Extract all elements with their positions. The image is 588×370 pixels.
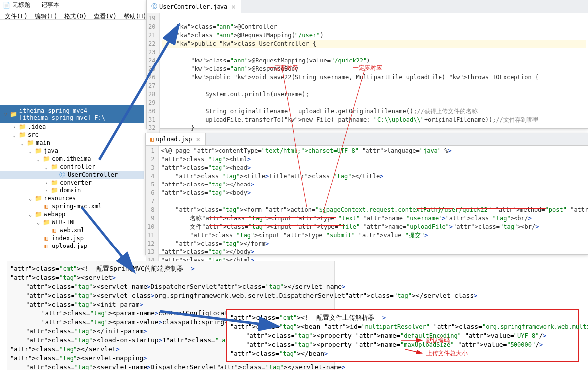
- tree-item[interactable]: ⌄📁webapp: [0, 210, 144, 218]
- tree-item-label: webapp: [44, 211, 65, 218]
- note-size: 上传文件总大小: [426, 349, 468, 358]
- tree-item[interactable]: ›📁.idea: [0, 123, 144, 131]
- tree-item[interactable]: ◧index.jsp: [0, 234, 144, 242]
- tree-item[interactable]: ⌄📁src: [0, 131, 144, 139]
- tree-item[interactable]: ›📁converter: [0, 179, 144, 186]
- jfile-icon: Ⓒ: [59, 171, 66, 178]
- tab-upload-jsp[interactable]: ◧ upload.jsp ×: [146, 133, 206, 145]
- folder-blue-icon: 📁: [35, 147, 42, 154]
- jsp-icon: ◧: [43, 243, 50, 249]
- code-line: "attr">class="cmt"><!--配置SpringMVC的前端控制器…: [10, 264, 331, 273]
- tree-item[interactable]: ⌄📁com.itheima: [0, 155, 144, 163]
- tab-label: UserController.java: [159, 3, 227, 10]
- jsp-file-icon: ◧: [150, 136, 154, 143]
- editor-upload-jsp: ◧ upload.jsp × 1234567891011121314 <%@ p…: [145, 133, 588, 255]
- tree-item-label: java: [44, 147, 58, 154]
- tree-item-label: controller: [60, 163, 95, 170]
- code-line: "attr">class="cmt"><!--配置文件上传解析器-->: [230, 313, 575, 322]
- note-encoding: 默认编码: [426, 336, 450, 345]
- code-line: "attr">class="tag"><bean "attr">id="mult…: [230, 322, 575, 331]
- code-line: "attr">class="tag"><property "attr">name…: [230, 331, 575, 340]
- menu-item[interactable]: 查看(V): [91, 11, 120, 22]
- code-line: "attr">class="tag"><property "attr">name…: [230, 340, 575, 349]
- close-icon[interactable]: ×: [231, 3, 235, 11]
- menu-item[interactable]: 格式(O): [61, 11, 90, 22]
- tree-item-label: src: [28, 131, 39, 138]
- xfile-icon: ◧: [43, 203, 50, 210]
- tree-item-label: web.xml: [60, 227, 85, 234]
- annotation-note-2: 一定要对应: [353, 64, 382, 72]
- java-file-icon: Ⓒ: [151, 2, 157, 11]
- tree-item[interactable]: ⒸUserController: [0, 171, 144, 179]
- folder-icon: 📁: [51, 179, 58, 186]
- chevron-down-icon: ⌄: [28, 148, 33, 154]
- tree-item[interactable]: ◧web.xml: [0, 226, 144, 234]
- tree-item-label: index.jsp: [52, 235, 84, 242]
- tree-item-label: domain: [60, 187, 81, 194]
- annotation-note-1: 一定要对应: [268, 64, 298, 72]
- code-line: "attr">class="tag"><servlet>: [10, 273, 331, 282]
- tree-root[interactable]: v 📁 itheima_spring_mvc4 [itheima_spring_…: [0, 105, 144, 123]
- folder-gray-icon: 📁: [19, 131, 26, 138]
- tree-item[interactable]: ⌄📁resources: [0, 194, 144, 202]
- tree-item[interactable]: ◧spring-mvc.xml: [0, 202, 144, 210]
- folder-blue-icon: 📁: [35, 211, 42, 218]
- code-line: "attr">class="tag"><servlet-name>Dispatc…: [10, 282, 331, 291]
- tree-item[interactable]: ⌄📁controller: [0, 163, 144, 171]
- tree-item[interactable]: ◧upload.jsp: [0, 242, 144, 250]
- tree-item-label: WEB-INF: [52, 219, 77, 226]
- tree-item[interactable]: ⌄📁WEB-INF: [0, 218, 144, 226]
- editor-tabs-2: ◧ upload.jsp ×: [146, 133, 588, 146]
- tree-item-label: UserController: [68, 171, 118, 178]
- code-line: "attr">class="tag"><servlet-name>Dispatc…: [10, 363, 331, 370]
- tree-item-label: converter: [60, 179, 92, 186]
- folder-icon: 📁: [10, 111, 17, 118]
- bean-config-snippet: "attr">class="cmt"><!--配置文件上传解析器-->"attr…: [226, 309, 579, 362]
- chevron-down-icon: v: [4, 112, 8, 117]
- chevron-down-icon: ⌄: [36, 156, 41, 162]
- chevron-down-icon: ⌄: [44, 164, 49, 170]
- tree-item[interactable]: ›📁domain: [0, 186, 144, 194]
- code-area-2[interactable]: 1234567891011121314 <%@ page "attr">cont…: [146, 146, 588, 266]
- chevron-down-icon: ⌄: [20, 140, 25, 146]
- menu-item[interactable]: 文件(F): [2, 11, 31, 22]
- tab-label: upload.jsp: [156, 136, 192, 143]
- folder-gray-icon: 📁: [27, 139, 34, 146]
- xfile-icon: ◧: [51, 227, 58, 234]
- jsp-icon: ◧: [43, 235, 50, 242]
- chevron-down-icon: ⌄: [28, 196, 33, 201]
- tree-item-label: spring-mvc.xml: [52, 203, 102, 210]
- notepad-title-text: 无标题 - 记事本: [12, 1, 59, 9]
- project-tree: v 📁 itheima_spring_mvc4 [itheima_spring_…: [0, 105, 144, 250]
- tree-item[interactable]: ⌄📁java: [0, 147, 144, 155]
- folder-icon: 📁: [51, 187, 58, 194]
- chevron-right-icon: ›: [44, 180, 49, 185]
- notepad-icon: 📄: [3, 2, 10, 9]
- menu-item[interactable]: 编辑(E): [32, 11, 61, 22]
- tree-item-label: resources: [44, 195, 76, 202]
- folder-gray-icon: 📁: [19, 123, 26, 130]
- editor-tabs: Ⓒ UserController.java ×: [147, 0, 588, 13]
- tree-item-label: .idea: [28, 123, 46, 130]
- tree-root-label: itheima_spring_mvc4 [itheima_spring_mvc]…: [19, 107, 140, 121]
- folder-icon: 📁: [43, 219, 50, 226]
- code-line: "attr">class="tag"></bean>: [230, 349, 575, 358]
- folder-icon: 📁: [43, 155, 50, 162]
- code-line: "attr">class="tag"><init-param>: [10, 300, 331, 309]
- tree-item[interactable]: ⌄📁main: [0, 139, 144, 147]
- chevron-right-icon: ›: [44, 188, 49, 193]
- close-icon[interactable]: ×: [196, 135, 200, 143]
- menu-item[interactable]: 帮助(H): [121, 11, 149, 22]
- tab-usercontroller[interactable]: Ⓒ UserController.java ×: [147, 0, 241, 13]
- folder-icon: 📁: [51, 163, 58, 170]
- code-line: "attr">class="tag"><servlet-class>org.sp…: [10, 291, 331, 300]
- chevron-right-icon: ›: [12, 124, 17, 130]
- tree-item-label: main: [36, 139, 50, 146]
- tree-item-label: com.itheima: [52, 155, 91, 162]
- chevron-down-icon: ⌄: [36, 220, 41, 225]
- chevron-down-icon: ⌄: [12, 132, 17, 138]
- folder-icon: 📁: [35, 195, 42, 202]
- chevron-down-icon: ⌄: [28, 212, 33, 217]
- code-area-1[interactable]: 192021222324252627282930313233 "kw">clas…: [147, 13, 588, 142]
- tree-item-label: upload.jsp: [52, 243, 87, 249]
